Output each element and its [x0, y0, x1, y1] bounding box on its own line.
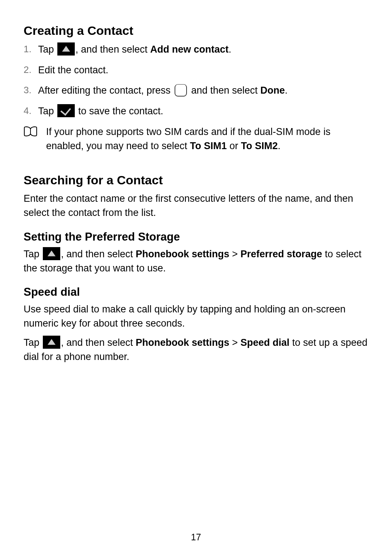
speed-pre: Tap [24, 337, 42, 348]
step-1-bold: Add new contact [150, 44, 229, 55]
manual-page: Creating a Contact Tap , and then select… [0, 0, 392, 364]
step-1-pre: Tap [38, 44, 57, 55]
step-3: After editing the contact, press and the… [24, 83, 368, 98]
step-2-text: Edit the contact. [38, 65, 109, 75]
menu-triangle-icon [43, 336, 60, 349]
storage-mid: , and then select [61, 249, 136, 259]
note-mid: or [227, 140, 241, 151]
note-text: If your phone supports two SIM cards and… [46, 125, 368, 153]
softkey-icon [175, 84, 187, 97]
heading-searching-contact: Searching for a Contact [24, 173, 368, 187]
speed-mid: , and then select [61, 337, 136, 348]
step-4-pre: Tap [38, 106, 57, 116]
heading-preferred-storage: Setting the Preferred Storage [24, 230, 368, 243]
storage-body: Tap , and then select Phonebook settings… [24, 247, 368, 275]
step-2: Edit the contact. [24, 63, 368, 78]
step-4: Tap to save the contact. [24, 104, 368, 119]
speed-bold2: Speed dial [241, 337, 290, 348]
searching-body: Enter the contact name or the first cons… [24, 192, 368, 220]
note-post: . [278, 140, 281, 151]
check-icon [57, 104, 75, 117]
step-3-bold: Done [260, 85, 285, 96]
step-1: Tap , and then select Add new contact. [24, 42, 368, 57]
step-1-post: . [229, 44, 232, 55]
speed-intro: Use speed dial to make a call quickly by… [24, 302, 368, 331]
heading-creating-contact: Creating a Contact [24, 24, 368, 38]
storage-gt: > [229, 249, 241, 259]
storage-bold1: Phonebook settings [136, 249, 229, 259]
note-block: If your phone supports two SIM cards and… [24, 125, 368, 153]
step-3-mid: and then select [191, 85, 261, 96]
step-3-pre: After editing the contact, press [38, 85, 173, 96]
speed-body: Tap , and then select Phonebook settings… [24, 336, 368, 364]
note-pre: If your phone supports two SIM cards and… [46, 126, 330, 151]
note-bold1: To SIM1 [190, 140, 227, 151]
menu-triangle-icon [57, 42, 75, 56]
step-1-mid: , and then select [75, 44, 150, 55]
menu-triangle-icon [43, 247, 60, 260]
note-bold2: To SIM2 [241, 140, 278, 151]
step-4-post: to save the contact. [78, 106, 163, 116]
speed-gt: > [229, 337, 241, 348]
storage-pre: Tap [24, 249, 42, 259]
heading-speed-dial: Speed dial [24, 286, 368, 299]
storage-bold2: Preferred storage [241, 249, 322, 259]
step-3-post: . [285, 85, 288, 96]
page-number: 17 [0, 532, 392, 542]
speed-bold1: Phonebook settings [136, 337, 229, 348]
creating-steps-list: Tap , and then select Add new contact. E… [24, 42, 368, 118]
book-icon [24, 126, 37, 137]
